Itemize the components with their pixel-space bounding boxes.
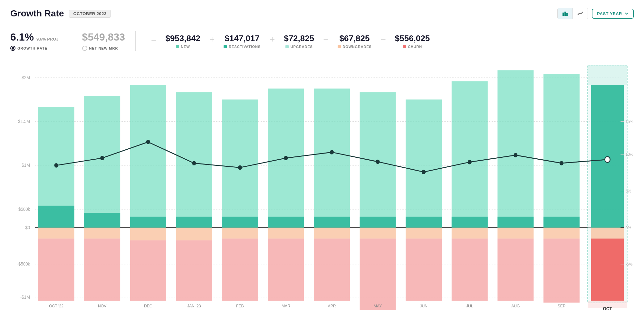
growth-rate-radio[interactable] xyxy=(10,46,15,51)
net-new-mrr-radio[interactable] xyxy=(82,46,87,51)
svg-rect-46 xyxy=(497,228,533,238)
svg-rect-35 xyxy=(360,238,396,310)
x-label-mar: MAR xyxy=(282,303,290,308)
downgrades-legend: DOWNGRADES xyxy=(338,45,372,49)
downgrades-value: $67,825 xyxy=(340,33,370,43)
svg-rect-7 xyxy=(38,238,74,301)
line-dot-oct-current xyxy=(605,157,610,163)
y-right-10: 10% xyxy=(626,152,634,157)
upgrades-legend-dot xyxy=(285,45,289,48)
svg-rect-25 xyxy=(268,217,304,228)
svg-rect-26 xyxy=(268,228,304,238)
growth-rate-value: 6.1% xyxy=(10,31,34,43)
y-right-neg5: -5% xyxy=(626,262,633,267)
net-new-mrr-card: $549,833 NET NEW MRR xyxy=(74,31,136,51)
bar-jan23: JAN '23 xyxy=(176,92,212,308)
svg-rect-17 xyxy=(176,217,212,228)
svg-rect-1 xyxy=(564,12,566,16)
svg-rect-47 xyxy=(497,238,533,301)
svg-rect-14 xyxy=(130,228,166,240)
bar-may: MAY xyxy=(360,92,396,310)
line-dot-dec xyxy=(146,140,150,144)
formula-churn: $556,025 CHURN xyxy=(389,33,436,49)
net-new-mrr-value-row: $549,833 xyxy=(82,31,125,43)
x-label-nov: NOV xyxy=(98,303,107,308)
downgrades-legend-dot xyxy=(338,45,341,48)
bar-chart-button[interactable] xyxy=(558,8,573,19)
svg-rect-21 xyxy=(222,217,258,228)
growth-rate-card: 6.1% 9.6% PROJ GROWTH RATE xyxy=(10,31,69,51)
svg-rect-37 xyxy=(406,217,442,228)
svg-rect-55 xyxy=(588,65,627,85)
line-dot-sep xyxy=(560,161,563,165)
svg-rect-45 xyxy=(497,217,533,228)
svg-rect-30 xyxy=(314,228,350,238)
svg-rect-41 xyxy=(452,217,488,228)
net-new-mrr-label: NET NEW MRR xyxy=(89,46,118,50)
header-left: Growth Rate OCTOBER 2023 xyxy=(10,8,111,19)
y-right-5: 5% xyxy=(626,188,631,193)
svg-rect-8 xyxy=(84,96,120,228)
svg-rect-23 xyxy=(222,238,258,301)
y-right-0: 0% xyxy=(626,225,631,230)
date-badge: OCTOBER 2023 xyxy=(69,10,111,18)
x-label-sep: SEP xyxy=(558,303,565,308)
y-label-1m: $1M xyxy=(22,163,30,168)
svg-rect-28 xyxy=(314,89,350,228)
svg-rect-51 xyxy=(543,238,580,303)
churn-legend-dot xyxy=(403,45,406,48)
x-label-jun: JUN xyxy=(420,303,428,308)
line-dot-aug xyxy=(514,153,517,157)
line-dot-jan23 xyxy=(192,161,196,165)
growth-rate-value-row: 6.1% 9.6% PROJ xyxy=(10,31,59,43)
upgrades-label: UPGRADES xyxy=(291,45,313,49)
line-chart-icon xyxy=(577,11,583,16)
line-dot-oct22 xyxy=(54,163,58,168)
line-dot-may xyxy=(376,160,380,164)
churn-value: $556,025 xyxy=(395,33,430,43)
formula-new: $953,842 NEW xyxy=(159,33,207,49)
new-legend: NEW xyxy=(176,45,190,49)
chart-wrapper: $2M $1.5M $1M $500k $0 -$500k -$1M xyxy=(10,61,634,310)
growth-rate-proj: 9.6% PROJ xyxy=(36,37,59,42)
svg-rect-40 xyxy=(452,81,488,228)
svg-rect-49 xyxy=(543,217,580,228)
svg-rect-18 xyxy=(176,228,212,240)
svg-rect-44 xyxy=(497,70,533,228)
line-dot-nov xyxy=(100,156,104,160)
bar-jul: JUL xyxy=(452,81,488,308)
y-right-15: 15% xyxy=(626,119,634,124)
y-label-0: $0 xyxy=(25,225,30,230)
x-label-jul: JUL xyxy=(466,303,473,308)
equals-operator: = xyxy=(149,34,159,44)
main-chart: $2M $1.5M $1M $500k $0 -$500k -$1M xyxy=(10,61,634,310)
svg-rect-34 xyxy=(360,228,396,238)
svg-rect-13 xyxy=(130,217,166,228)
y-label-1-5m: $1.5M xyxy=(18,118,30,124)
metrics-row: 6.1% 9.6% PROJ GROWTH RATE $549,833 NET … xyxy=(10,26,634,56)
new-legend-dot xyxy=(176,45,179,48)
bar-oct-current: OCT xyxy=(588,65,627,310)
line-chart-button[interactable] xyxy=(573,8,588,19)
period-selector[interactable]: PAST YEAR xyxy=(592,9,634,19)
svg-rect-22 xyxy=(222,228,258,238)
chevron-down-icon xyxy=(625,12,629,15)
reactivations-label: REACTIVATIONS xyxy=(229,45,261,49)
growth-rate-label-row: GROWTH RATE xyxy=(10,46,59,51)
y-label-neg1m: -$1M xyxy=(20,294,30,300)
line-dot-mar xyxy=(284,156,288,160)
svg-rect-29 xyxy=(314,217,350,228)
y-label-neg500k: -$500k xyxy=(17,261,30,267)
svg-rect-11 xyxy=(84,238,120,301)
svg-rect-6 xyxy=(38,228,74,238)
period-label: PAST YEAR xyxy=(597,11,622,16)
formula-reactivations: $147,017 REACTIVATIONS xyxy=(217,33,267,49)
net-new-mrr-value: $549,833 xyxy=(82,31,125,43)
svg-rect-0 xyxy=(562,13,564,16)
bar-jun: JUN xyxy=(406,99,442,308)
svg-rect-15 xyxy=(130,240,166,301)
downgrades-label: DOWNGRADES xyxy=(343,45,372,49)
header: Growth Rate OCTOBER 2023 xyxy=(10,8,634,19)
line-dot-feb xyxy=(238,165,242,170)
bar-mar: MAR xyxy=(268,89,304,308)
